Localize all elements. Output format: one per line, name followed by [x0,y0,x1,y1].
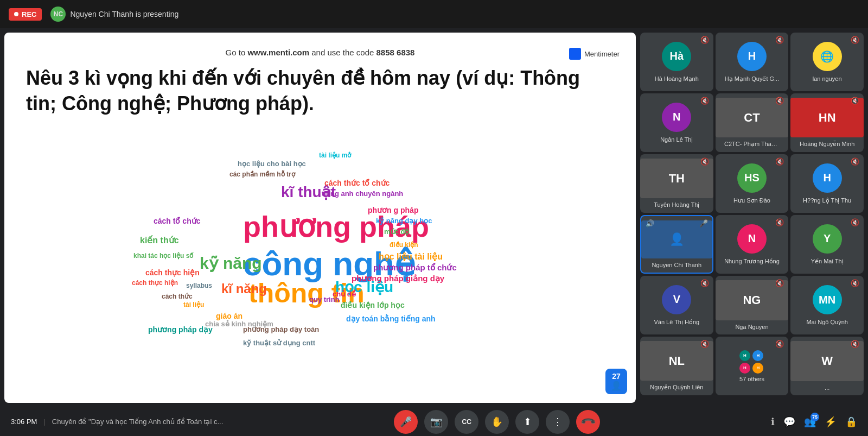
word-cloud-item: syllabus [186,282,212,289]
word-cloud-item: kiến thức [140,236,179,245]
participant-tile[interactable]: 🔇HHạ Mạnh Quyết G... [716,33,789,91]
bottom-left: 3:06 PM | Chuyên đề "Dạy và học Tiếng An… [11,418,223,426]
bottom-controls[interactable]: 🎤 📷 CC ✋ ⬆ ⋮ 📞 [394,410,600,434]
participant-tile[interactable]: 🎤🔊👤Nguyen Chi Thanh [640,215,713,274]
word-cloud-item: cách thức tổ chức [324,179,390,187]
participant-tile[interactable]: 🔇HNHoàng Nguyễn Minh [790,93,864,152]
slide-url: Go to www.menti.com and use the code 885… [26,48,614,57]
tile-name: Ngân Lê Thị [658,136,695,143]
word-cloud-item: phương pháp dạy [148,326,213,333]
word-cloud-item: khai tác học liệu số [133,252,193,259]
rec-label: REC [22,10,36,18]
word-cloud-item: phương pháp tổ chức [373,263,457,271]
word-cloud-item: kỹ năng dạy học [376,217,432,224]
top-bar: REC NC Nguyen Chi Thanh is presenting [0,0,868,28]
word-cloud-item: kĩ năng [221,282,267,295]
participant-tile[interactable]: 🔇MNMai Ngô Quỳnh [790,276,864,334]
participant-tile[interactable]: 🔇YYến Mai Thị [790,215,864,274]
participant-tile[interactable]: 🔇NNhung Trương Hồng [716,215,789,274]
tile-name: C2TC- Phạm Than... [722,141,782,148]
rec-badge: REC [9,8,42,21]
present-button[interactable]: ⬆ [515,410,539,434]
mic-icon: 🔇 [700,340,709,348]
mic-icon: 🔇 [851,36,859,44]
word-cloud-item: học liệu cho bài học [238,160,306,167]
participant-tile[interactable]: 🔇NGNga Nguyen [716,276,789,334]
time-display: 3:06 PM [11,418,37,426]
participant-tile[interactable]: 🔇HàHà Hoàng Mạnh [640,33,713,91]
slide-content: Go to www.menti.com and use the code 885… [4,33,636,403]
word-cloud-item: điều kiện [390,242,418,248]
mic-icon: 🔇 [775,97,784,105]
bottom-bar: 3:06 PM | Chuyên đề "Dạy và học Tiếng An… [0,407,868,436]
captions-button[interactable]: CC [455,410,478,434]
info-icon[interactable]: ℹ [771,416,775,428]
word-cloud-item: chia sẻ kinh nghiệm [205,320,273,327]
avatar: Hà [662,42,691,71]
participant-tile[interactable]: 🔇THTuyên Hoàng Thị [640,154,713,213]
tile-name: Nguyen Chi Thanh [650,262,704,268]
mic-icon: 🔇 [775,340,784,348]
avatar: N [737,224,767,254]
tile-name: Nguyễn Quỳnh Liên [648,384,705,391]
main-area: Go to www.menti.com and use the code 885… [0,28,868,407]
avatar: HS [737,163,767,193]
end-call-button[interactable]: 📞 [571,405,605,436]
tile-name: Hạ Mạnh Quyết G... [723,75,781,83]
slide-title: Nêu 3 kì vọng khi đến với chuyên đề hôm … [26,66,614,117]
avatar: Y [813,224,842,254]
mic-button[interactable]: 🎤 [394,410,418,434]
presentation-area: Go to www.menti.com and use the code 885… [4,33,636,403]
tile-name: ... [822,384,832,391]
word-cloud-item: điều kiện lớp học [341,301,405,309]
participant-tile[interactable]: 🔇NNgân Lê Thị [640,93,713,152]
security-icon[interactable]: 🔒 [845,416,857,428]
sidebar: 🔇HàHà Hoàng Mạnh🔇HHạ Mạnh Quyết G...🔇🌐la… [640,28,868,407]
mic-icon: 🔇 [700,36,709,44]
mic-icon: 🔇 [700,157,709,166]
avatar: 🌐 [813,42,842,71]
tile-name: Hà Hoàng Mạnh [653,75,701,83]
mic-icon: 🔇 [700,97,709,105]
participant-count: 27 [612,372,621,381]
avatar: H [737,42,767,71]
word-cloud-item: mức độ [384,228,409,235]
participant-tile[interactable]: 🔇HSHưu Sơn Đào [716,154,789,213]
speaking-indicator: 🔊 [646,219,654,228]
bottom-right: ℹ 💬 👥 75 ⚡ 🔒 [771,416,857,428]
mic-icon: 🔇 [851,157,859,166]
camera-button[interactable]: 📷 [424,410,448,434]
word-cloud-item: dạy toán bằng tiếng anh [346,315,436,323]
mic-icon: 🔇 [775,279,784,287]
participant-count-badge[interactable]: 👥 75 [804,416,816,428]
mic-icon: 🔇 [851,97,859,105]
avatar: N [662,103,691,132]
menti-icon [569,48,581,60]
participant-tile[interactable]: 🔇VVăn Lê Thị Hồng [640,276,713,334]
mic-icon: 🔇 [775,157,784,166]
tile-name: Mai Ngô Quỳnh [804,319,850,325]
word-cloud-item: phương pháp giảng dạy [352,274,444,282]
chat-icon[interactable]: 💬 [783,416,795,428]
participant-tile[interactable]: 🔇HHHH57 others [716,337,789,395]
word-cloud-item: quy trình [309,296,340,303]
mic-icon: 🔇 [851,340,859,348]
activities-icon[interactable]: ⚡ [825,416,837,428]
mentimeter-text: Mentimeter [584,50,620,58]
participant-tile[interactable]: 🔇NLNguyễn Quỳnh Liên [640,337,713,395]
word-cloud-item: tiếng anh chuyên ngành [322,190,403,197]
mic-icon: 🔇 [775,218,784,226]
presenter-avatar: NC [50,7,66,22]
avatar: V [662,285,691,314]
participant-tile[interactable]: 🔇W... [790,337,864,395]
tile-name: 57 others [737,376,767,382]
word-cloud-item: phươn g pháp [368,206,418,214]
more-button[interactable]: ⋮ [546,410,570,434]
participant-tile[interactable]: 🔇🌐lan nguyen [790,33,864,91]
participant-tile[interactable]: 🔇CTC2TC- Phạm Than... [716,93,789,152]
participant-tile[interactable]: 🔇HH??ng Lộ Thị Thu [790,154,864,213]
mic-icon: 🔇 [851,279,859,287]
hand-button[interactable]: ✋ [485,410,509,434]
rec-dot [14,12,18,16]
word-cloud-item: học liệu tài liệu [379,252,443,261]
